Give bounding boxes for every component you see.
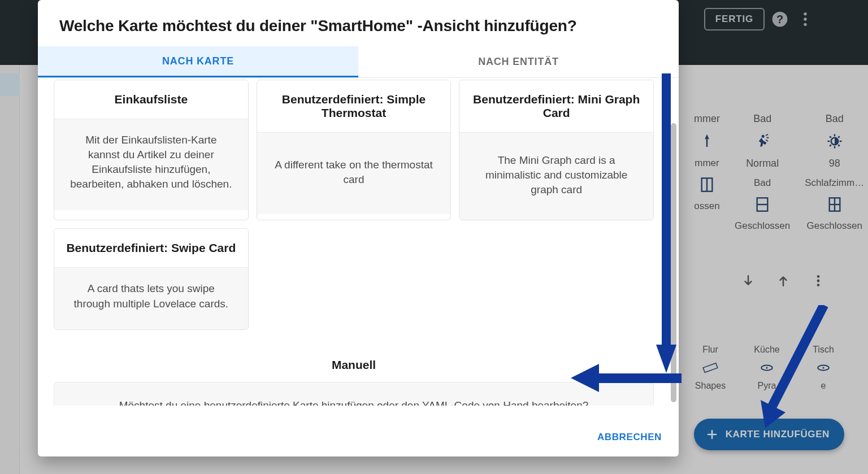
card-option-title: Benutzerdefiniert: Simple Thermostat [257,80,451,132]
card-option-mini-graph[interactable]: Benutzerdefiniert: Mini Graph Card The M… [459,80,654,221]
card-option-simple-thermostat[interactable]: Benutzerdefiniert: Simple Thermostat A d… [257,80,452,221]
tab-by-entity[interactable]: NACH ENTITÄT [358,46,679,77]
tab-by-card-label: NACH KARTE [162,55,234,67]
card-option-desc: A different take on the thermostat card [257,132,451,214]
card-option-desc: The Mini Graph card is a minimalistic an… [459,132,653,220]
card-option-desc: A card thats lets you swipe through mult… [54,267,248,329]
manual-card-desc: Möchtest du eine benutzerdefinierte Kart… [54,382,654,406]
card-option-title: Einkaufsliste [54,80,248,119]
dialog-title: Welche Karte möchtest du deiner "SmartHo… [38,0,679,46]
cancel-button-label: ABBRECHEN [597,432,662,442]
scrollbar-thumb[interactable] [671,123,676,402]
card-option-shopping-list[interactable]: Einkaufsliste Mit der Einkaufslisten-Kar… [54,80,249,221]
cancel-button[interactable]: ABBRECHEN [597,432,662,443]
tab-by-entity-label: NACH ENTITÄT [478,56,559,68]
card-option-swipe-card[interactable]: Benutzerdefiniert: Swipe Card A card tha… [54,228,249,329]
manual-card-title: Manuell [54,349,654,382]
add-card-dialog: Welche Karte möchtest du deiner "SmartHo… [38,0,679,456]
card-option-title: Benutzerdefiniert: Swipe Card [54,229,248,267]
card-option-desc: Mit der Einkaufslisten-Karte kannst du A… [54,119,248,210]
card-option-empty [257,228,452,329]
dialog-tabs: NACH KARTE NACH ENTITÄT [38,46,679,78]
tab-by-card[interactable]: NACH KARTE [38,46,358,77]
manual-card-option[interactable]: Manuell Möchtest du eine benutzerdefinie… [54,349,654,406]
card-picker-scroll[interactable]: deine Lieblingswebseite direkt in Home A… [38,78,679,406]
dialog-actions: ABBRECHEN [38,418,679,456]
card-option-empty [459,228,654,329]
card-option-title: Benutzerdefiniert: Mini Graph Card [459,80,653,132]
